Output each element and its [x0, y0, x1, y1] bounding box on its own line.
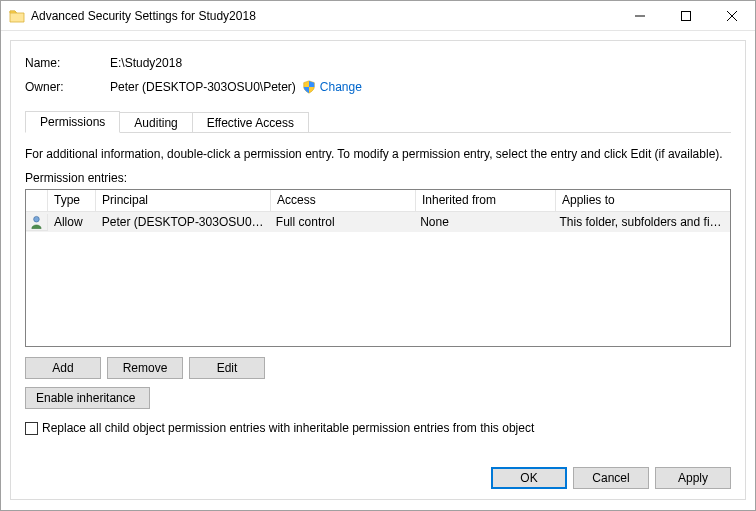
replace-checkbox-row[interactable]: Replace all child object permission entr…	[25, 421, 731, 435]
col-inherited[interactable]: Inherited from	[416, 190, 556, 212]
main-panel: Name: E:\Study2018 Owner: Peter (DESKTOP…	[10, 40, 746, 500]
close-button[interactable]	[709, 1, 755, 31]
table-header: Type Principal Access Inherited from App…	[26, 190, 730, 212]
col-applies[interactable]: Applies to	[556, 190, 730, 212]
cell-access: Full control	[270, 215, 414, 229]
maximize-button[interactable]	[663, 1, 709, 31]
info-text: For additional information, double-click…	[25, 147, 731, 161]
window-title: Advanced Security Settings for Study2018	[31, 9, 256, 23]
tab-strip: Permissions Auditing Effective Access	[25, 111, 731, 133]
remove-button[interactable]: Remove	[107, 357, 183, 379]
cell-principal: Peter (DESKTOP-303OSU0\Pet...	[96, 215, 270, 229]
change-owner-link[interactable]: Change	[320, 80, 362, 94]
dialog-footer: OK Cancel Apply	[491, 467, 731, 489]
edit-button[interactable]: Edit	[189, 357, 265, 379]
titlebar: Advanced Security Settings for Study2018	[1, 1, 755, 31]
cell-type: Allow	[48, 215, 96, 229]
tab-auditing[interactable]: Auditing	[119, 112, 192, 133]
col-principal[interactable]: Principal	[96, 190, 271, 212]
minimize-button[interactable]	[617, 1, 663, 31]
col-access[interactable]: Access	[271, 190, 416, 212]
name-value: E:\Study2018	[110, 56, 182, 70]
tab-effective-access[interactable]: Effective Access	[192, 112, 309, 133]
col-type[interactable]: Type	[48, 190, 96, 212]
user-icon	[26, 214, 48, 231]
svg-rect-1	[682, 11, 691, 20]
name-row: Name: E:\Study2018	[25, 53, 731, 73]
name-label: Name:	[25, 56, 110, 70]
owner-label: Owner:	[25, 80, 110, 94]
shield-icon	[302, 80, 316, 94]
cancel-button[interactable]: Cancel	[573, 467, 649, 489]
replace-checkbox[interactable]	[25, 422, 38, 435]
add-button[interactable]: Add	[25, 357, 101, 379]
table-row[interactable]: Allow Peter (DESKTOP-303OSU0\Pet... Full…	[26, 212, 730, 232]
cell-applies: This folder, subfolders and files	[553, 215, 730, 229]
permission-table: Type Principal Access Inherited from App…	[25, 189, 731, 347]
owner-row: Owner: Peter (DESKTOP-303OSU0\Peter) Cha…	[25, 77, 731, 97]
permission-entries-label: Permission entries:	[25, 171, 731, 185]
tab-permissions[interactable]: Permissions	[25, 111, 120, 133]
svg-point-4	[34, 216, 40, 222]
svg-line-3	[727, 11, 737, 21]
enable-inheritance-button[interactable]: Enable inheritance	[25, 387, 150, 409]
apply-button[interactable]: Apply	[655, 467, 731, 489]
folder-icon	[9, 8, 25, 24]
replace-checkbox-label: Replace all child object permission entr…	[42, 421, 534, 435]
button-row: Add Remove Edit	[25, 357, 731, 379]
ok-button[interactable]: OK	[491, 467, 567, 489]
owner-value: Peter (DESKTOP-303OSU0\Peter)	[110, 80, 296, 94]
svg-line-2	[727, 11, 737, 21]
cell-inherited: None	[414, 215, 553, 229]
